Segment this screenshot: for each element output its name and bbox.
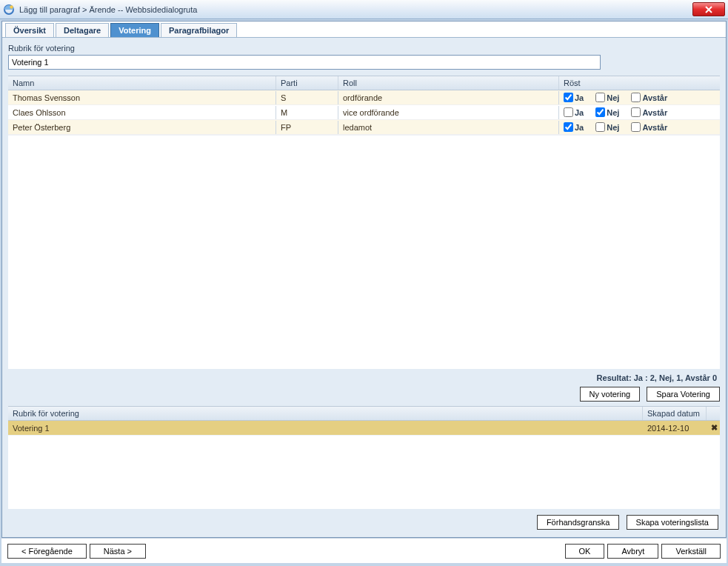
window-title: Lägg till paragraf > Ärende -- Webbsided… — [19, 5, 197, 14]
rubrik-input[interactable] — [8, 55, 601, 70]
foregaende-button[interactable]: < Föregående — [7, 544, 87, 559]
grid-body: Thomas Svensson S ordförande Ja Nej Avst… — [8, 90, 720, 135]
ok-button[interactable]: OK — [565, 544, 605, 559]
checkbox-avstar[interactable] — [631, 93, 641, 102]
footer-bar: < Föregående Nästa > OK Avbryt Verkställ — [1, 538, 727, 563]
lower-list-row[interactable]: Votering 1 2014-12-10 ✖ — [8, 421, 720, 435]
cell-parti: FP — [276, 121, 338, 134]
cell-rost: Ja Nej Avstår — [559, 105, 720, 119]
table-row[interactable]: Claes Ohlsson M vice ordförande Ja Nej A… — [8, 105, 720, 120]
spara-votering-button[interactable]: Spara Votering — [647, 387, 720, 402]
lower-header-blank — [707, 407, 720, 420]
tab-oversikt[interactable]: Översikt — [5, 23, 54, 37]
tab-votering[interactable]: Votering — [110, 23, 159, 37]
checkbox-nej[interactable] — [595, 93, 605, 102]
label-avstar: Avstår — [642, 123, 667, 132]
cell-namn: Peter Österberg — [8, 121, 276, 134]
checkbox-avstar[interactable] — [631, 107, 641, 117]
voting-buttons-row: Ny votering Spara Votering — [8, 385, 720, 406]
checkbox-avstar[interactable] — [631, 122, 641, 132]
label-ja: Ja — [575, 93, 584, 102]
label-avstar: Avstår — [642, 108, 667, 117]
lower-header-date[interactable]: Skapad datum — [643, 407, 707, 420]
cell-roll: ledamot — [338, 121, 559, 134]
cell-rost: Ja Nej Avstår — [559, 90, 720, 104]
inner-frame: Översikt Deltagare Votering Paragrafbila… — [1, 21, 727, 538]
tab-strip: Översikt Deltagare Votering Paragrafbila… — [2, 21, 726, 38]
checkbox-nej[interactable] — [595, 122, 605, 132]
checkbox-ja[interactable] — [564, 93, 573, 102]
ie-icon — [3, 4, 15, 16]
checkbox-ja[interactable] — [564, 122, 573, 132]
result-text: Resultat: Ja : 2, Nej, 1, Avstår 0 — [8, 369, 720, 385]
col-header-parti[interactable]: Parti — [276, 76, 338, 90]
cell-rost: Ja Nej Avstår — [559, 120, 720, 134]
lower-list-header: Rubrik för votering Skapad datum — [8, 406, 720, 421]
col-header-namn[interactable]: Namn — [8, 76, 276, 90]
bottom-buttons-row: Förhandsgranska Skapa voteringslista — [8, 509, 720, 531]
verkstall-button[interactable]: Verkställ — [661, 544, 721, 559]
label-ja: Ja — [575, 108, 584, 117]
svg-point-1 — [10, 5, 13, 8]
cell-namn: Claes Ohlsson — [8, 106, 276, 119]
cell-roll: ordförande — [338, 91, 559, 104]
label-nej: Nej — [607, 108, 619, 117]
nasta-button[interactable]: Nästa > — [90, 544, 146, 559]
grid-empty-area — [8, 135, 720, 369]
grid-header: Namn Parti Roll Röst — [8, 76, 720, 90]
cell-roll: vice ordförande — [338, 106, 559, 119]
tab-paragrafbilagor[interactable]: Paragrafbilagor — [161, 23, 237, 37]
delete-row-icon[interactable]: ✖ — [707, 421, 720, 435]
close-icon — [705, 6, 712, 13]
lower-empty-area — [8, 435, 720, 509]
lower-row-rubrik: Votering 1 — [8, 422, 643, 435]
lower-header-rubrik[interactable]: Rubrik för votering — [8, 407, 643, 420]
rubrik-label: Rubrik för votering — [8, 44, 720, 53]
forhandsgranska-button[interactable]: Förhandsgranska — [537, 515, 620, 530]
label-nej: Nej — [607, 123, 619, 132]
label-ja: Ja — [575, 123, 584, 132]
skapa-voteringslista-button[interactable]: Skapa voteringslista — [627, 515, 718, 530]
ny-votering-button[interactable]: Ny votering — [580, 387, 641, 402]
cell-parti: M — [276, 106, 338, 119]
close-button[interactable] — [692, 2, 725, 16]
content-area: Rubrik för votering Namn Parti Roll Röst… — [2, 38, 726, 537]
lower-row-date: 2014-12-10 — [643, 422, 707, 435]
table-row[interactable]: Peter Österberg FP ledamot Ja Nej Avstår — [8, 120, 720, 135]
col-header-rost[interactable]: Röst — [559, 76, 720, 90]
cell-namn: Thomas Svensson — [8, 91, 276, 104]
cell-parti: S — [276, 91, 338, 104]
avbryt-button[interactable]: Avbryt — [607, 544, 658, 559]
label-avstar: Avstår — [642, 93, 667, 102]
tab-deltagare[interactable]: Deltagare — [56, 23, 109, 37]
table-row[interactable]: Thomas Svensson S ordförande Ja Nej Avst… — [8, 90, 720, 105]
titlebar: Lägg till paragraf > Ärende -- Webbsided… — [0, 0, 728, 19]
window-body: Översikt Deltagare Votering Paragrafbila… — [0, 19, 728, 566]
col-header-roll[interactable]: Roll — [338, 76, 559, 90]
checkbox-nej[interactable] — [595, 107, 605, 117]
checkbox-ja[interactable] — [564, 107, 573, 117]
label-nej: Nej — [607, 93, 619, 102]
